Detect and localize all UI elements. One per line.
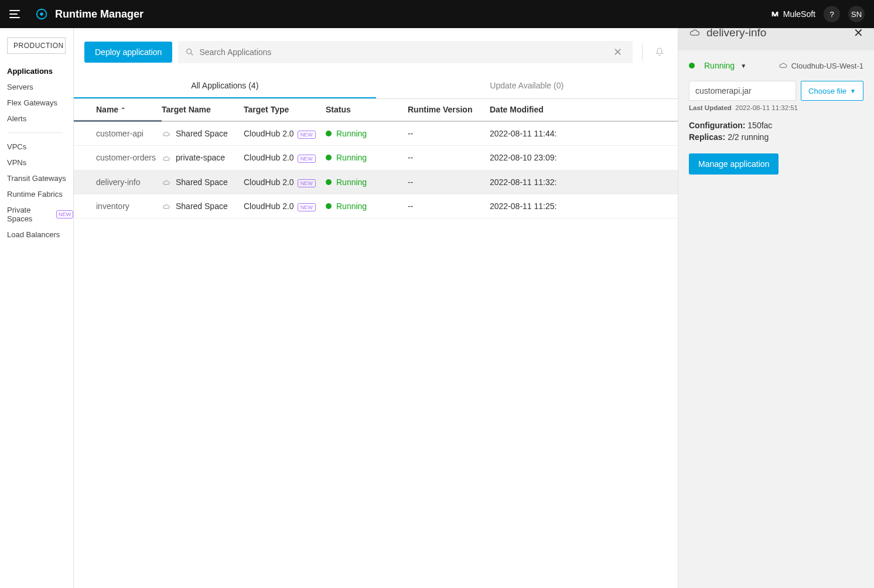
user-avatar[interactable]: SN: [848, 6, 865, 22]
nav-divider: [7, 132, 63, 133]
cell-status: Running: [326, 177, 408, 187]
brand-label: MuleSoft: [783, 9, 815, 19]
toolbar: Deploy application ✕: [74, 41, 678, 63]
nav-load-balancers[interactable]: Load Balancers: [7, 227, 73, 242]
svg-point-2: [187, 49, 192, 54]
cloud-icon: [162, 203, 172, 211]
chevron-down-icon: ▼: [850, 88, 856, 94]
cell-name: customer-orders: [74, 153, 162, 162]
cell-name: delivery-info: [74, 177, 162, 187]
nav-servers[interactable]: Servers: [7, 79, 73, 95]
cell-runtime: --: [408, 153, 490, 162]
nav-vpcs[interactable]: VPCs: [7, 139, 73, 155]
col-target-type[interactable]: Target Type: [244, 105, 326, 115]
cloud-icon: [779, 61, 788, 70]
cell-date: 2022-08-11 11:44:: [490, 129, 589, 138]
cloud-icon: [162, 179, 172, 187]
location-text: Cloudhub-US-West-1: [791, 61, 863, 70]
nav-flex-gateways[interactable]: Flex Gateways: [7, 95, 73, 111]
cell-name: customer-api: [74, 129, 162, 138]
cell-date: 2022-08-11 11:32:: [490, 177, 589, 187]
cloud-icon: [689, 28, 701, 39]
nav-runtime-fabrics[interactable]: Runtime Fabrics: [7, 186, 73, 202]
nav-transit-gateways[interactable]: Transit Gateways: [7, 170, 73, 186]
panel-status-row: Running ▼ Cloudhub-US-West-1: [689, 61, 863, 70]
notifications-icon[interactable]: [652, 47, 667, 57]
cloud-icon: [162, 130, 172, 138]
cell-target: Shared Space: [162, 129, 244, 138]
help-button[interactable]: ?: [824, 6, 840, 22]
cell-status: Running: [326, 153, 408, 162]
app-title: Runtime Manager: [55, 8, 144, 20]
nav-private-spaces[interactable]: Private Spaces NEW: [7, 202, 73, 227]
configuration-label: Configuration:: [689, 121, 745, 130]
nav-alerts[interactable]: Alerts: [7, 111, 73, 127]
tabs: All Applications (4) Update Available (0…: [74, 74, 678, 99]
panel-app-name: delivery-info: [706, 28, 766, 39]
status-dot-icon: [326, 155, 332, 160]
panel-body: Running ▼ Cloudhub-US-West-1 customerapi…: [678, 50, 874, 185]
cell-runtime: --: [408, 201, 490, 211]
file-row: customerapi.jar Choose file ▼: [689, 81, 863, 101]
status-text: Running: [336, 153, 367, 162]
table-body: customer-apiShared SpaceCloudHub 2.0NEWR…: [74, 122, 678, 218]
clear-search-icon[interactable]: ✕: [610, 46, 626, 59]
cell-runtime: --: [408, 129, 490, 138]
close-panel-icon[interactable]: ✕: [853, 28, 863, 40]
header-right: MuleSoft ? SN: [770, 6, 865, 22]
main-area: Deploy application ✕ All Applications (4…: [74, 28, 874, 588]
cell-runtime: --: [408, 177, 490, 187]
cell-type: CloudHub 2.0NEW: [244, 153, 326, 162]
search-box[interactable]: ✕: [178, 41, 633, 63]
new-badge: NEW: [298, 179, 316, 187]
detail-panel: delivery-info ✕ Running ▼ Cloudhub-US-We…: [678, 28, 874, 588]
last-updated-value: 2022-08-11 11:32:51: [735, 104, 798, 111]
menu-toggle-icon[interactable]: [9, 7, 23, 21]
applications-table: Name ⌃ Target Name Target Type Status Ru…: [74, 99, 678, 218]
cloud-icon: [162, 155, 172, 163]
nav-vpns[interactable]: VPNs: [7, 155, 73, 170]
status-dot-icon: [689, 63, 695, 69]
search-input[interactable]: [194, 47, 610, 57]
status-text: Running: [336, 129, 367, 138]
status-dot-icon: [326, 203, 332, 209]
new-badge: NEW: [298, 203, 316, 211]
svg-line-3: [191, 53, 193, 55]
nav-applications[interactable]: Applications: [7, 63, 73, 79]
manage-application-button[interactable]: Manage application: [689, 153, 779, 175]
file-name-box: customerapi.jar: [689, 81, 796, 101]
status-text: Running: [336, 177, 367, 187]
table-header: Name ⌃ Target Name Target Type Status Ru…: [74, 99, 678, 122]
nav-secondary: VPCs VPNs Transit Gateways Runtime Fabri…: [7, 139, 73, 242]
table-row[interactable]: inventoryShared SpaceCloudHub 2.0NEWRunn…: [74, 194, 678, 218]
status-dot-icon: [326, 131, 332, 136]
col-status[interactable]: Status: [326, 105, 408, 115]
product-logo-icon: [35, 8, 48, 20]
new-badge: NEW: [56, 210, 73, 218]
table-row[interactable]: delivery-infoShared SpaceCloudHub 2.0NEW…: [74, 170, 678, 194]
svg-point-1: [40, 12, 43, 16]
col-date-modified[interactable]: Date Modified: [490, 105, 589, 115]
replicas-row: Replicas: 2/2 running: [689, 132, 863, 142]
status-text: Running: [336, 201, 367, 211]
tab-all-applications[interactable]: All Applications (4): [74, 74, 376, 98]
sort-ascending-icon: ⌃: [121, 107, 125, 113]
tab-update-available[interactable]: Update Available (0): [376, 74, 678, 98]
status-dot-icon: [326, 179, 332, 185]
choose-file-label: Choose file: [808, 87, 846, 95]
status-text: Running: [704, 61, 735, 70]
status-dropdown[interactable]: Running ▼: [689, 61, 746, 70]
replicas-label: Replicas:: [689, 132, 725, 142]
cell-date: 2022-08-11 11:25:: [490, 201, 589, 211]
table-row[interactable]: customer-apiShared SpaceCloudHub 2.0NEWR…: [74, 122, 678, 146]
table-row[interactable]: customer-ordersprivate-spaceCloudHub 2.0…: [74, 146, 678, 170]
last-updated-label: Last Updated: [689, 104, 732, 111]
cell-type: CloudHub 2.0NEW: [244, 177, 326, 187]
choose-file-button[interactable]: Choose file ▼: [801, 81, 863, 101]
col-runtime-version[interactable]: Runtime Version: [408, 105, 490, 115]
environment-selector[interactable]: PRODUCTION: [7, 37, 66, 54]
col-target-name[interactable]: Target Name: [162, 105, 244, 115]
deploy-button[interactable]: Deploy application: [84, 42, 172, 63]
brand-link[interactable]: MuleSoft: [770, 9, 815, 19]
col-name[interactable]: Name ⌃: [74, 105, 162, 122]
